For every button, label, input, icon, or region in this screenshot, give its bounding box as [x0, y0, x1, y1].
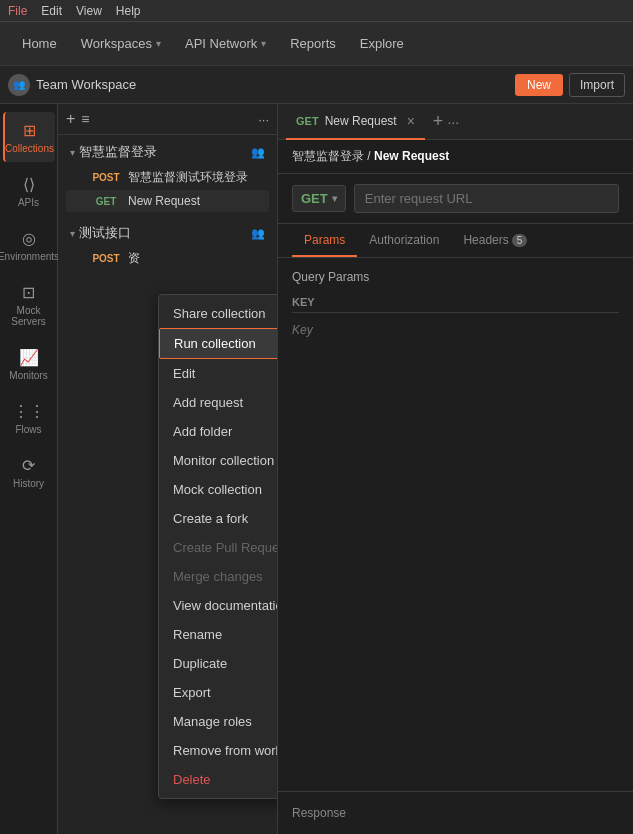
key-column-header: KEY [292, 296, 392, 308]
menu-view[interactable]: View [76, 4, 102, 18]
sidebar-item-mock-servers[interactable]: ⊡ Mock Servers [3, 274, 55, 335]
nav-explore[interactable]: Explore [350, 30, 414, 57]
chevron-down-icon: ▾ [156, 38, 161, 49]
post-badge: POST [90, 172, 122, 183]
context-duplicate[interactable]: Duplicate Ctrl+D [159, 649, 278, 678]
nav-api-network[interactable]: API Network ▾ [175, 30, 276, 57]
history-icon: ⟳ [19, 455, 39, 475]
new-tab-button[interactable]: + [433, 111, 444, 132]
new-button[interactable]: New [515, 74, 563, 96]
request-panel: GET New Request × + ··· 智慧监督登录 / New Req… [278, 104, 633, 834]
menu-bar: File Edit View Help [0, 0, 633, 22]
context-export[interactable]: Export [159, 678, 278, 707]
url-input[interactable] [354, 184, 619, 213]
sidebar-item-history[interactable]: ⟳ History [3, 447, 55, 497]
tab-close-button[interactable]: × [407, 113, 415, 129]
request-get-new[interactable]: GET New Request [66, 190, 269, 212]
method-label: GET [301, 191, 328, 206]
response-title: Response [292, 806, 619, 820]
chevron-down-icon: ▾ [261, 38, 266, 49]
collection-header-ceshi[interactable]: ▾ 测试接口 👥 [66, 220, 269, 246]
context-mock-collection[interactable]: Mock collection [159, 475, 278, 504]
request-tab-active[interactable]: GET New Request × [286, 104, 425, 140]
method-select[interactable]: GET ▾ [292, 185, 346, 212]
collection-ceshi: ▾ 测试接口 👥 POST 资 [58, 216, 277, 275]
collection-zhihui: ▾ 智慧监督登录 👥 POST 智慧监督测试环境登录 GET New Reque… [58, 135, 277, 216]
collections-icon: ⊞ [20, 120, 40, 140]
context-share-collection[interactable]: Share collection [159, 299, 278, 328]
add-collection-button[interactable]: + [66, 110, 75, 128]
context-create-pull-request: Create Pull Request [159, 533, 278, 562]
tab-params[interactable]: Params [292, 225, 357, 257]
context-remove-from-workspace[interactable]: Remove from workspace [159, 736, 278, 765]
method-arrow-icon: ▾ [332, 193, 337, 204]
query-params-section: Query Params KEY [278, 258, 633, 353]
params-table-header: KEY [292, 292, 619, 313]
collection-users-icon: 👥 [251, 146, 265, 159]
context-manage-roles[interactable]: Manage roles [159, 707, 278, 736]
apis-icon: ⟨⟩ [19, 174, 39, 194]
nav-home[interactable]: Home [12, 30, 67, 57]
sidebar-item-flows[interactable]: ⋮⋮ Flows [3, 393, 55, 443]
collections-more-button[interactable]: ··· [258, 112, 269, 127]
tab-more-button[interactable]: ··· [447, 114, 459, 130]
import-button[interactable]: Import [569, 73, 625, 97]
collection-users-icon2: 👥 [251, 227, 265, 240]
sidebar-item-monitors[interactable]: 📈 Monitors [3, 339, 55, 389]
context-add-folder[interactable]: Add folder [159, 417, 278, 446]
tab-name: New Request [325, 114, 397, 128]
context-merge-changes: Merge changes [159, 562, 278, 591]
context-run-collection[interactable]: Run collection [159, 328, 278, 359]
query-params-title: Query Params [292, 270, 619, 284]
menu-edit[interactable]: Edit [41, 4, 62, 18]
sidebar-item-environments[interactable]: ◎ Environments [3, 220, 55, 270]
context-menu: Share collection Run collection Edit Add… [158, 294, 278, 799]
context-delete[interactable]: Delete Del [159, 765, 278, 794]
breadcrumb-current: New Request [374, 149, 449, 163]
context-view-documentation[interactable]: View documentation [159, 591, 278, 620]
monitors-icon: 📈 [19, 347, 39, 367]
mock-servers-icon: ⊡ [19, 282, 39, 302]
menu-help[interactable]: Help [116, 4, 141, 18]
breadcrumb: 智慧监督登录 / New Request [278, 140, 633, 174]
caret-icon: ▾ [70, 147, 75, 158]
menu-file[interactable]: File [8, 4, 27, 18]
sidebar-item-collections[interactable]: ⊞ Collections [3, 112, 55, 162]
flows-icon: ⋮⋮ [19, 401, 39, 421]
context-add-request[interactable]: Add request [159, 388, 278, 417]
key-input[interactable] [292, 319, 443, 341]
request-tab-bar: GET New Request × + ··· [278, 104, 633, 140]
nav-workspaces[interactable]: Workspaces ▾ [71, 30, 171, 57]
context-create-fork[interactable]: Create a fork [159, 504, 278, 533]
filter-button[interactable]: ≡ [81, 111, 89, 127]
tab-authorization[interactable]: Authorization [357, 225, 451, 257]
post-badge2: POST [90, 253, 122, 264]
top-nav: Home Workspaces ▾ API Network ▾ Reports … [0, 22, 633, 66]
tab-method-badge: GET [296, 115, 319, 127]
tab-headers[interactable]: Headers5 [451, 225, 539, 257]
context-edit[interactable]: Edit [159, 359, 278, 388]
breadcrumb-separator: / [367, 149, 374, 163]
collection-header-zhihui[interactable]: ▾ 智慧监督登录 👥 [66, 139, 269, 165]
main-layout: ⊞ Collections ⟨⟩ APIs ◎ Environments ⊡ M… [0, 104, 633, 834]
caret-icon: ▾ [70, 228, 75, 239]
response-section: Response [278, 791, 633, 834]
request-post-login[interactable]: POST 智慧监督测试环境登录 [66, 165, 269, 190]
workspace-bar: 👥 Team Workspace New Import [0, 66, 633, 104]
sidebar-icons: ⊞ Collections ⟨⟩ APIs ◎ Environments ⊡ M… [0, 104, 58, 834]
breadcrumb-parent: 智慧监督登录 [292, 149, 364, 163]
context-monitor-collection[interactable]: Monitor collection [159, 446, 278, 475]
collections-toolbar: + ≡ ··· [58, 104, 277, 135]
get-badge: GET [90, 196, 122, 207]
nav-reports[interactable]: Reports [280, 30, 346, 57]
sidebar-item-apis[interactable]: ⟨⟩ APIs [3, 166, 55, 216]
workspace-name[interactable]: 👥 Team Workspace [8, 74, 515, 96]
workspace-icon: 👥 [8, 74, 30, 96]
collections-panel: + ≡ ··· ▾ 智慧监督登录 👥 POST 智慧监督测试环境登录 GET N… [58, 104, 278, 834]
environments-icon: ◎ [19, 228, 39, 248]
url-bar: GET ▾ [278, 174, 633, 224]
context-rename[interactable]: Rename Ctrl+E [159, 620, 278, 649]
request-post-zi[interactable]: POST 资 [66, 246, 269, 271]
request-tabs: Params Authorization Headers5 [278, 224, 633, 258]
